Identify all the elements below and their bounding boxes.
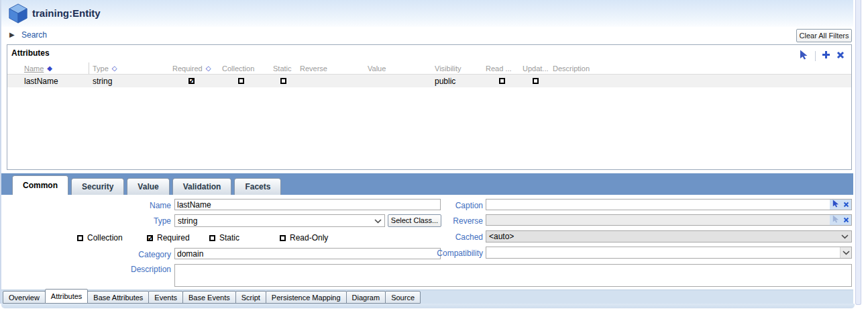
reverse-label: Reverse [404,216,483,226]
read-only-flag-checkbox[interactable] [280,235,286,241]
column-header-type[interactable]: Type ◇ [89,62,167,74]
category-input[interactable] [174,248,441,259]
column-header-value[interactable]: Value [366,62,435,74]
tab-script[interactable]: Script [235,291,266,304]
clear-icon[interactable] [843,216,849,225]
tab-value[interactable]: Value [127,178,169,195]
name-input[interactable] [174,199,441,210]
attributes-table-header: Name ◆ Type ◇ Required ◇ Collection Stat… [7,62,851,75]
compatibility-label: Compatibility [404,249,483,258]
column-header-updatable[interactable]: Updat... [518,62,553,74]
tab-source[interactable]: Source [385,291,421,304]
cached-label: Cached [404,232,483,242]
reverse-input [486,214,852,226]
tab-attributes[interactable]: Attributes [45,289,88,304]
search-expander-icon[interactable]: ▶ [9,31,15,38]
static-flag[interactable]: Static [209,233,239,242]
column-header-read[interactable]: Read ... [486,62,518,74]
tab-facets[interactable]: Facets [234,178,281,195]
sort-diamond-icon: ◆ [47,64,52,72]
clear-icon[interactable] [843,200,849,210]
tab-security[interactable]: Security [71,178,124,195]
cell-collection [215,78,266,84]
column-header-required[interactable]: Required ◇ [167,62,215,74]
tab-diagram[interactable]: Diagram [346,291,386,304]
column-header-name[interactable]: Name ◆ [24,62,89,74]
cell-name: lastName [24,77,89,86]
tab-overview[interactable]: Overview [3,291,46,304]
required-flag[interactable]: Required [147,233,190,242]
updatable-checkbox[interactable] [533,78,539,84]
cell-required [167,78,215,84]
collection-checkbox[interactable] [238,78,244,84]
cell-static [266,78,300,84]
header-gutter [7,62,24,74]
filter-diamond-icon: ◇ [206,64,211,72]
clear-all-filters-button[interactable]: Clear All Filters [796,29,852,42]
compatibility-combobox[interactable] [486,247,852,259]
caption-input[interactable] [486,199,852,210]
type-label: Type [42,216,171,226]
column-header-collection[interactable]: Collection [215,62,266,74]
type-combobox[interactable]: string [174,214,385,227]
cell-read-only [486,78,518,84]
name-label: Name [42,201,171,210]
tab-validation[interactable]: Validation [172,178,232,195]
column-header-static[interactable]: Static [266,62,300,74]
tab-base-events[interactable]: Base Events [182,291,236,304]
entity-editor-screen: training:Entity ▶ Search Clear All Filte… [0,0,868,309]
toolbar-separator [815,51,816,61]
filter-diamond-icon: ◇ [112,64,117,72]
read-only-flag[interactable]: Read-Only [280,233,328,242]
select-arrow-icon[interactable] [800,50,809,62]
column-header-reverse[interactable]: Reverse [300,62,366,74]
select-arrow-icon [832,215,840,225]
static-flag-checkbox[interactable] [209,235,215,241]
caption-label: Caption [404,201,483,210]
read-only-checkbox[interactable] [499,78,505,84]
cached-combobox[interactable]: <auto> [486,230,852,242]
detail-tab-band: Common Security Value Validation Facets [1,173,853,195]
combo-dropdown-button[interactable] [840,247,851,258]
category-label: Category [42,250,171,259]
cell-visibility: public [435,77,486,86]
search-toggle[interactable]: Search [21,30,47,40]
required-checkbox[interactable] [188,78,195,84]
window-bottom-frame [1,304,855,308]
required-flag-checkbox[interactable] [147,235,153,241]
chevron-down-icon [841,232,849,241]
tab-persistence-mapping[interactable]: Persistence Mapping [266,291,347,304]
title-bar: training:Entity [1,0,853,27]
attribute-row[interactable]: lastName string public [7,75,851,87]
reverse-icon-pad [830,215,851,225]
document-tab-strip: Overview Attributes Base Attributes Even… [1,290,853,304]
select-arrow-icon[interactable] [832,200,840,210]
column-header-description[interactable]: Description [553,62,851,74]
description-textarea[interactable] [174,264,852,287]
chevron-down-icon [374,216,382,226]
collapsed-side-panel[interactable] [855,0,861,305]
attributes-toolbar [800,50,845,62]
add-attribute-icon[interactable] [822,50,830,61]
attributes-panel-title: Attributes [11,48,50,58]
cell-type: string [89,77,167,86]
common-tab-content: Name Type string Select Class... Collect… [1,195,853,290]
static-checkbox[interactable] [280,78,286,84]
cell-updatable [518,78,553,84]
entity-cube-icon [8,3,28,26]
collection-flag[interactable]: Collection [77,233,123,242]
tab-events[interactable]: Events [148,291,183,304]
delete-attribute-icon[interactable] [836,51,845,61]
attributes-panel: Attributes Name ◆ [7,44,852,170]
description-label: Description [42,265,171,274]
caption-icon-pad [830,200,851,210]
page-title: training:Entity [32,7,101,19]
tab-base-attributes[interactable]: Base Attributes [87,291,149,304]
entity-editor-window: training:Entity ▶ Search Clear All Filte… [0,0,853,304]
tab-common[interactable]: Common [12,175,68,195]
collection-flag-checkbox[interactable] [77,235,83,241]
column-header-visibility[interactable]: Visibility [435,62,486,74]
